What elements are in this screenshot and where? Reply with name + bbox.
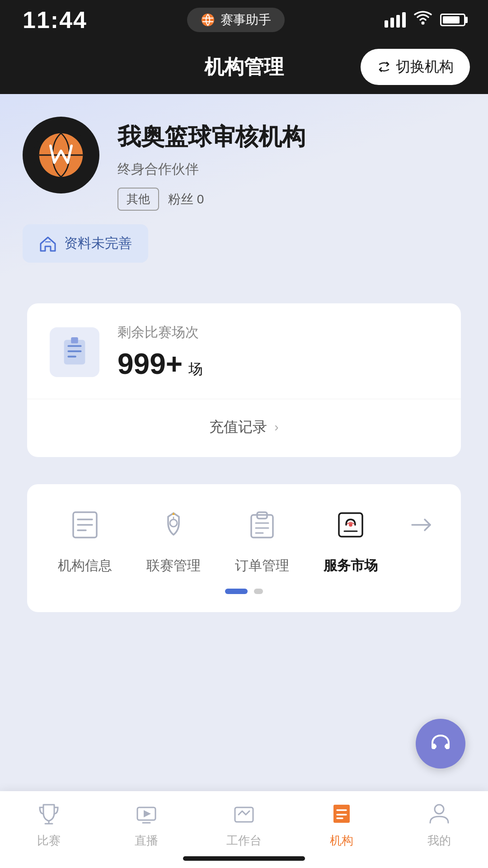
dot-indicator [41, 589, 447, 599]
org-nav-icon [328, 800, 355, 827]
profile-top: 我奥篮球审核机构 终身合作伙伴 其他 粉丝 0 [23, 117, 465, 211]
match-subtitle: 剩余比赛场次 [117, 323, 438, 342]
content-area [0, 612, 488, 793]
home-indicator [183, 856, 305, 861]
menu-card-container: 机构信息 联赛管理 [0, 457, 488, 612]
match-count-value: 999+ [117, 348, 183, 380]
org-logo [23, 117, 99, 193]
live-tv-icon [134, 801, 159, 826]
match-card-inner: 剩余比赛场次 999+ 场 [50, 323, 438, 381]
nav-item-org[interactable]: 机构 [293, 800, 390, 849]
menu-item-org-info[interactable]: 机构信息 [44, 502, 126, 575]
workspace-nav-icon [230, 800, 258, 827]
profile-complete-button[interactable]: 资料未完善 [23, 224, 148, 263]
menu-card: 机构信息 联赛管理 [27, 484, 461, 612]
dot-active [225, 589, 248, 594]
org-logo-svg [32, 126, 90, 184]
headphone-icon [427, 730, 454, 757]
match-count-unit: 场 [188, 361, 203, 377]
profile-info: 我奥篮球审核机构 终身合作伙伴 其他 粉丝 0 [117, 117, 465, 211]
status-bar: 11:44 赛事助手 [0, 0, 488, 40]
org-info-icon-wrap [62, 502, 108, 547]
svg-point-16 [170, 519, 177, 527]
nav-item-workspace[interactable]: 工作台 [195, 800, 293, 849]
org-nav-label: 机构 [330, 833, 353, 849]
trophy-icon [36, 801, 61, 826]
app-label: 赛事助手 [187, 8, 285, 32]
dot-2 [254, 589, 263, 594]
svg-marker-31 [144, 810, 151, 817]
app-logo-icon [201, 13, 215, 27]
league-icon-wrap [151, 502, 196, 547]
service-market-icon-wrap [328, 502, 373, 547]
org-name: 我奥篮球审核机构 [117, 121, 465, 153]
svg-point-27 [445, 744, 449, 749]
page-title: 机构管理 [204, 54, 284, 80]
menu-item-order[interactable]: 订单管理 [221, 502, 303, 575]
page-header: 机构管理 切换机构 [0, 40, 488, 94]
menu-grid: 机构信息 联赛管理 [41, 502, 447, 575]
match-notebook-icon [59, 336, 90, 368]
profile-section: 我奥篮球审核机构 终身合作伙伴 其他 粉丝 0 资料未完善 [0, 94, 488, 290]
wifi-icon [413, 10, 433, 30]
order-icon [246, 509, 278, 541]
league-icon [157, 509, 190, 541]
live-nav-icon [133, 800, 160, 827]
match-icon-wrap [50, 327, 99, 377]
signal-icon [385, 12, 406, 28]
org-info-icon [69, 509, 101, 541]
menu-item-service-market[interactable]: 服务市场 [310, 502, 391, 575]
recharge-record-link[interactable]: 充值记录 › [50, 399, 438, 437]
svg-rect-34 [333, 805, 350, 823]
order-label: 订单管理 [235, 557, 289, 575]
match-card-container: 剩余比赛场次 999+ 场 充值记录 › [0, 290, 488, 457]
svg-point-24 [349, 523, 352, 527]
svg-rect-33 [235, 807, 253, 822]
match-info: 剩余比赛场次 999+ 场 [117, 323, 438, 381]
menu-item-more[interactable] [399, 502, 444, 575]
switch-icon [377, 60, 391, 74]
chevron-right-icon: › [274, 420, 278, 434]
match-count-row: 999+ 场 [117, 347, 438, 381]
nav-item-mine[interactable]: 我的 [390, 800, 488, 849]
mine-nav-label: 我的 [427, 833, 451, 849]
fans-count: 粉丝 0 [168, 191, 204, 208]
svg-point-3 [422, 21, 425, 24]
workspace-icon [231, 801, 257, 826]
svg-point-38 [435, 805, 444, 814]
app-name-label: 赛事助手 [221, 11, 271, 28]
service-market-label: 服务市场 [324, 557, 378, 575]
menu-item-league[interactable]: 联赛管理 [133, 502, 214, 575]
tags-row: 其他 粉丝 0 [117, 188, 465, 211]
matches-nav-label: 比赛 [37, 833, 61, 849]
order-icon-wrap [239, 502, 285, 547]
partner-label: 终身合作伙伴 [117, 160, 465, 179]
home-icon [39, 236, 57, 252]
customer-service-fab[interactable] [416, 719, 465, 769]
more-arrow-icon [408, 509, 435, 541]
nav-item-matches[interactable]: 比赛 [0, 800, 98, 849]
match-card: 剩余比赛场次 999+ 场 充值记录 › [27, 303, 461, 457]
switch-btn-label: 切换机构 [396, 57, 454, 77]
person-icon [427, 801, 452, 826]
org-info-label: 机构信息 [58, 557, 112, 575]
nav-item-live[interactable]: 直播 [98, 800, 195, 849]
svg-rect-11 [71, 337, 78, 343]
category-tag: 其他 [117, 188, 159, 211]
matches-nav-icon [35, 800, 62, 827]
svg-point-0 [202, 14, 214, 26]
switch-org-button[interactable]: 切换机构 [361, 49, 470, 85]
recharge-record-label: 充值记录 [209, 417, 267, 437]
workspace-nav-label: 工作台 [226, 833, 262, 849]
more-icon-wrap [399, 502, 444, 547]
service-market-icon [334, 509, 367, 541]
wifi-svg [413, 10, 433, 26]
league-label: 联赛管理 [146, 557, 201, 575]
live-nav-label: 直播 [135, 833, 158, 849]
profile-complete-label: 资料未完善 [64, 234, 132, 253]
svg-point-26 [432, 744, 436, 749]
battery-icon [440, 14, 465, 26]
status-time: 11:44 [23, 6, 87, 33]
status-icons [385, 10, 465, 30]
org-nav-svg [329, 801, 354, 826]
